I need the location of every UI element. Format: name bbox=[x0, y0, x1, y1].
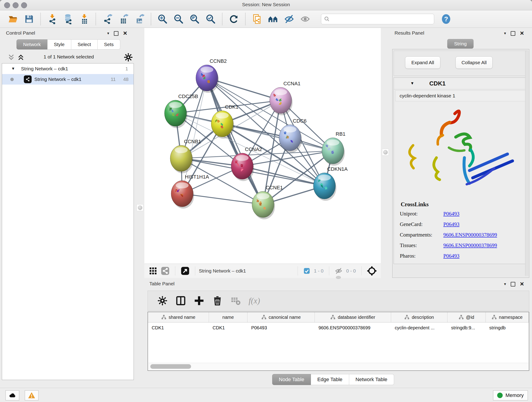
results-scrollbar[interactable] bbox=[525, 51, 529, 276]
column-header-name[interactable]: name bbox=[209, 312, 248, 322]
tab-edge-table[interactable]: Edge Table bbox=[311, 374, 349, 385]
float-panel-icon[interactable] bbox=[511, 31, 515, 36]
left-splitter-handle[interactable] bbox=[137, 204, 143, 211]
collapse-all-icon[interactable] bbox=[7, 54, 15, 61]
crosslink-link[interactable]: P06493 bbox=[443, 253, 459, 259]
table-horizontal-scrollbar[interactable] bbox=[148, 363, 528, 370]
column-header-description[interactable]: description bbox=[391, 312, 447, 322]
import-network-database-button[interactable] bbox=[62, 13, 74, 25]
zoom-out-button[interactable] bbox=[173, 13, 185, 25]
node-CDC6[interactable]: CDC6 bbox=[279, 118, 307, 153]
column-header-canonical-name[interactable]: canonical name bbox=[247, 312, 315, 322]
node-CDK1[interactable]: CDK1 bbox=[211, 104, 239, 139]
tab-select[interactable]: Select bbox=[71, 39, 98, 50]
node-CCNA1[interactable]: CCNA1 bbox=[270, 81, 301, 115]
protein-section-header[interactable]: ▼ CDK1 bbox=[394, 78, 528, 89]
tab-network[interactable]: Network bbox=[17, 39, 47, 50]
show-grid-button[interactable] bbox=[149, 267, 157, 275]
scrollbar-thumb[interactable] bbox=[150, 364, 191, 369]
panel-menu-icon[interactable]: ▾ bbox=[107, 32, 109, 35]
table-cell[interactable]: stringdb bbox=[486, 322, 529, 333]
export-image-button[interactable] bbox=[133, 13, 146, 25]
birds-eye-view-button[interactable] bbox=[367, 266, 377, 276]
import-table-button[interactable] bbox=[78, 13, 90, 25]
node-CCNB2[interactable]: CCNB2 bbox=[196, 58, 227, 93]
first-neighbors-button[interactable] bbox=[267, 13, 279, 25]
close-panel-icon[interactable]: ✕ bbox=[520, 31, 524, 36]
table-cell[interactable]: stringdb:9... bbox=[447, 322, 486, 333]
function-builder-button[interactable]: f(x) bbox=[249, 296, 260, 306]
tab-style[interactable]: Style bbox=[47, 39, 71, 50]
fit-content-button[interactable] bbox=[189, 13, 201, 25]
open-session-button[interactable] bbox=[7, 13, 19, 25]
table-cell[interactable]: cyclin-dependent ... bbox=[391, 322, 447, 333]
export-table-button[interactable] bbox=[118, 13, 129, 25]
crosslink-link[interactable]: P06493 bbox=[443, 211, 459, 217]
network-graph[interactable]: CCNB2CCNA1CDC25BCDK1CDC6RB1CCNB1CCNA2CDK… bbox=[144, 28, 381, 264]
search-input[interactable] bbox=[332, 16, 431, 22]
float-panel-icon[interactable] bbox=[511, 282, 515, 287]
network-badge-button[interactable] bbox=[161, 267, 170, 275]
selected-checkbox[interactable] bbox=[303, 268, 310, 274]
network-row[interactable]: String Network – cdk1 11 48 bbox=[2, 74, 133, 85]
import-network-file-button[interactable] bbox=[46, 13, 58, 25]
edge-CCNB2-CCNE1[interactable] bbox=[207, 78, 263, 204]
zoom-selected-button[interactable] bbox=[205, 13, 217, 25]
duplicate-network-button[interactable] bbox=[251, 13, 263, 25]
hide-selected-button[interactable] bbox=[283, 13, 295, 25]
table-cell[interactable]: P06493 bbox=[247, 322, 315, 333]
tab-sets[interactable]: Sets bbox=[98, 39, 120, 50]
add-column-button[interactable] bbox=[193, 295, 205, 307]
delete-column-button[interactable] bbox=[211, 295, 223, 307]
table-row[interactable]: CDK1CDK1P064939606.ENSP00000378699cyclin… bbox=[148, 322, 529, 333]
delete-table-button[interactable] bbox=[230, 295, 242, 307]
expand-all-button[interactable]: Expand All bbox=[405, 56, 440, 69]
column-header--id[interactable]: @id bbox=[447, 312, 486, 322]
apply-layout-button[interactable] bbox=[228, 13, 240, 25]
node-CDKN1A[interactable]: CDKN1A bbox=[313, 166, 348, 201]
show-columns-button[interactable] bbox=[175, 295, 187, 307]
column-header-database-identifier[interactable]: database identifier bbox=[315, 312, 391, 322]
horizontal-splitter-handle[interactable] bbox=[336, 276, 341, 279]
collection-expand-icon[interactable]: ▼ bbox=[11, 66, 15, 71]
tab-node-table[interactable]: Node Table bbox=[272, 374, 311, 385]
close-panel-icon[interactable]: ✕ bbox=[123, 31, 127, 36]
float-panel-icon[interactable] bbox=[114, 31, 119, 36]
expand-all-icon[interactable] bbox=[17, 54, 25, 61]
cloud-button[interactable] bbox=[6, 390, 19, 400]
help-button[interactable]: ? bbox=[440, 13, 452, 25]
node-HIST1H1A[interactable]: HIST1H1A bbox=[171, 174, 209, 209]
memory-button[interactable]: Memory bbox=[493, 390, 528, 400]
right-splitter[interactable] bbox=[381, 28, 390, 278]
toolbar-search[interactable] bbox=[321, 14, 434, 24]
tab-string[interactable]: String bbox=[447, 39, 474, 49]
network-collection-row[interactable]: ▼ String Network – cdk1 1 bbox=[2, 64, 133, 74]
table-cell[interactable]: CDK1 bbox=[209, 322, 248, 333]
panel-menu-icon[interactable]: ▾ bbox=[504, 32, 506, 35]
show-all-button[interactable] bbox=[299, 13, 311, 25]
crosslink-link[interactable]: P06493 bbox=[443, 221, 459, 227]
column-header-namespace[interactable]: namespace bbox=[486, 312, 529, 322]
collapse-all-button[interactable]: Collapse All bbox=[456, 56, 493, 69]
close-panel-icon[interactable]: ✕ bbox=[520, 281, 524, 287]
table-options-button[interactable] bbox=[157, 295, 168, 307]
table-cell[interactable]: 9606.ENSP00000378699 bbox=[315, 322, 391, 333]
zoom-in-button[interactable] bbox=[157, 13, 169, 25]
left-splitter[interactable] bbox=[135, 28, 144, 402]
crosslink-link[interactable]: 9606.ENSP00000378699 bbox=[443, 232, 497, 238]
panel-menu-icon[interactable]: ▾ bbox=[504, 282, 506, 286]
tab-network-table[interactable]: Network Table bbox=[349, 374, 394, 385]
export-network-button[interactable] bbox=[101, 13, 114, 25]
warnings-button[interactable] bbox=[25, 390, 38, 400]
right-splitter-handle[interactable] bbox=[382, 149, 389, 156]
edge-HIST1H1A-CCNE1[interactable] bbox=[182, 194, 263, 204]
open-in-window-button[interactable] bbox=[181, 267, 190, 275]
table-cell[interactable]: CDK1 bbox=[148, 322, 209, 333]
crosslink-link[interactable]: 9606.ENSP00000378699 bbox=[443, 242, 497, 249]
column-header-shared-name[interactable]: shared name bbox=[148, 312, 209, 322]
section-collapse-icon[interactable]: ▼ bbox=[410, 81, 414, 86]
node-RB1[interactable]: RB1 bbox=[322, 131, 346, 166]
network-options-gear-icon[interactable] bbox=[124, 53, 133, 62]
network-canvas[interactable]: CCNB2CCNA1CDC25BCDK1CDC6RB1CCNB1CCNA2CDK… bbox=[144, 28, 381, 264]
save-session-button[interactable] bbox=[23, 13, 35, 25]
